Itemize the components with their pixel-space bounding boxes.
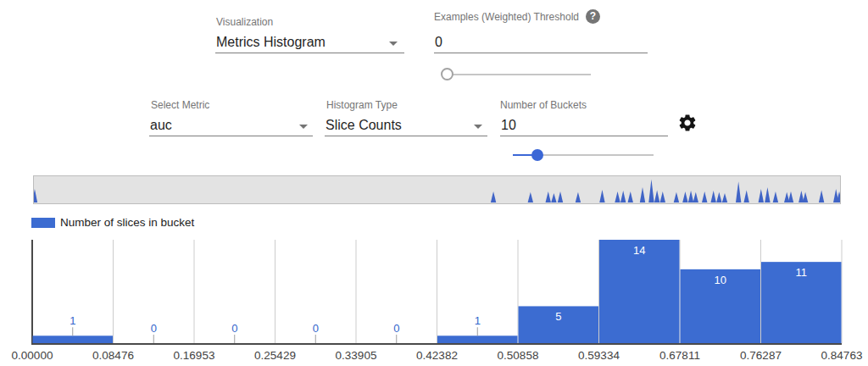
threshold-label: Examples (Weighted) Threshold: [434, 11, 579, 23]
density-spike: [558, 191, 563, 202]
density-spike: [759, 189, 764, 202]
density-spike: [702, 191, 707, 202]
threshold-value: 0: [435, 35, 442, 50]
num-buckets-value: 10: [501, 118, 516, 133]
select-metric-value: auc: [150, 118, 172, 133]
x-tick-label: 0.33905: [336, 349, 377, 362]
settings-gear-glyph: [677, 113, 698, 133]
x-tick-label: 0.42382: [416, 349, 458, 362]
density-spike: [628, 191, 633, 202]
bar-value-label: 1: [70, 314, 75, 327]
bar-value-label: 0: [151, 322, 157, 335]
density-spike: [716, 192, 721, 202]
density-spike: [528, 192, 533, 202]
x-tick-label: 0.67811: [659, 349, 700, 362]
density-spike: [743, 191, 748, 203]
density-spike: [803, 192, 808, 202]
density-spike: [546, 191, 551, 202]
visualization-label: Visualization: [216, 16, 273, 28]
histogram-bar[interactable]: [437, 336, 518, 343]
threshold-input[interactable]: 0: [434, 30, 648, 53]
x-tick-label: 0.16953: [174, 349, 215, 362]
dropdown-arrow-icon: [299, 125, 308, 129]
density-spike: [710, 191, 715, 202]
legend-swatch-icon: [31, 218, 55, 228]
density-spike: [620, 191, 626, 202]
density-spike: [682, 191, 687, 202]
visualization-value: Metrics Histogram: [216, 35, 326, 50]
density-spike: [688, 191, 693, 202]
num-buckets-slider-thumb[interactable]: [531, 149, 543, 161]
bar-value-label: 11: [796, 266, 808, 279]
dropdown-arrow-icon: [474, 125, 482, 129]
density-spike: [765, 187, 770, 202]
x-tick-label: 0.76287: [740, 349, 782, 362]
x-tick-label: 0.00000: [12, 349, 53, 362]
settings-gear-icon[interactable]: [677, 113, 699, 135]
help-icon[interactable]: ?: [586, 9, 600, 24]
density-spike: [551, 193, 556, 202]
num-buckets-label: Number of Buckets: [500, 99, 587, 111]
dropdown-arrow-icon: [389, 42, 398, 46]
density-spike: [773, 191, 778, 202]
histogram-type-dropdown[interactable]: Slice Counts: [325, 114, 487, 136]
density-spike: [34, 189, 37, 202]
select-metric-dropdown[interactable]: auc: [149, 114, 313, 136]
metrics-histogram-chart[interactable]: 10000151410110.000000.084760.169530.2542…: [0, 237, 868, 366]
density-strip-spikes: [34, 176, 840, 203]
density-spike: [654, 191, 659, 203]
x-tick-label: 0.59334: [578, 349, 620, 362]
x-tick-label: 0.84763: [821, 349, 863, 362]
metrics-histogram-panel: Visualization Metrics Histogram Examples…: [0, 0, 868, 366]
density-spike: [576, 192, 581, 202]
density-strip[interactable]: [33, 175, 841, 204]
density-spike: [615, 191, 620, 202]
density-spike: [722, 193, 727, 202]
density-spike: [660, 191, 665, 202]
x-tick-label: 0.08476: [92, 349, 134, 362]
bar-value-label: 14: [633, 244, 645, 257]
density-spike: [599, 190, 604, 202]
num-buckets-input[interactable]: 10: [500, 114, 668, 136]
x-tick-label: 0.50858: [498, 349, 539, 362]
density-spike: [819, 191, 824, 203]
density-spike: [693, 192, 698, 202]
density-spike: [491, 191, 496, 202]
x-tick-label: 0.25429: [254, 349, 296, 362]
density-spike: [674, 192, 679, 202]
threshold-slider-track[interactable]: [447, 74, 591, 75]
histogram-type-value: Slice Counts: [326, 118, 402, 133]
legend-label: Number of slices in bucket: [60, 216, 194, 229]
density-spike: [640, 187, 645, 202]
histogram-bar[interactable]: [33, 336, 114, 343]
histogram-type-label: Histogram Type: [326, 99, 398, 111]
select-metric-label: Select Metric: [151, 99, 209, 111]
bar-value-label: 1: [475, 314, 481, 327]
bar-value-label: 0: [231, 322, 237, 335]
bar-value-label: 5: [555, 310, 561, 323]
density-spike: [648, 179, 654, 202]
bar-value-label: 10: [715, 274, 726, 286]
density-spike: [736, 181, 741, 202]
bar-value-label: 0: [313, 322, 319, 335]
threshold-slider-thumb[interactable]: [441, 68, 453, 80]
density-spike: [788, 191, 793, 202]
visualization-dropdown[interactable]: Metrics Histogram: [215, 30, 404, 53]
bar-value-label: 0: [393, 322, 399, 335]
